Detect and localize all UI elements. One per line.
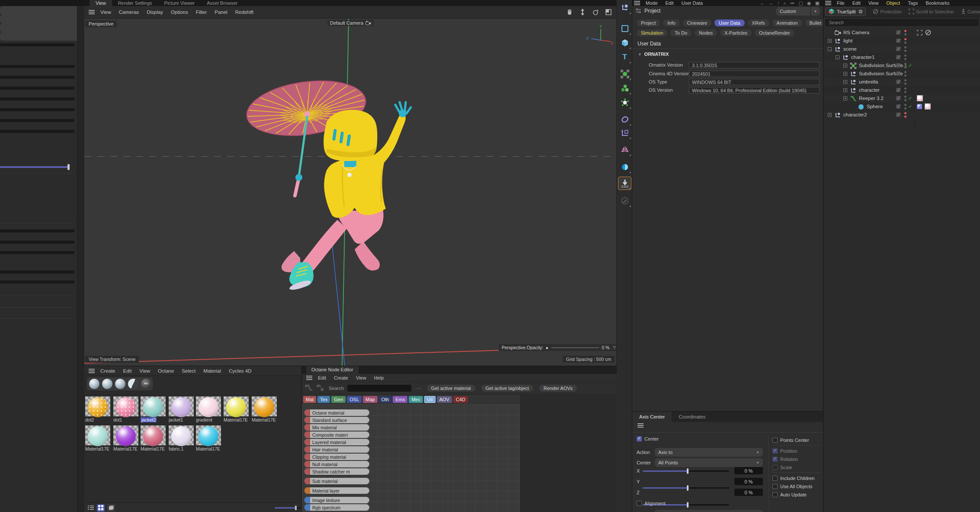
array-generator-icon[interactable] xyxy=(618,81,631,95)
enable-toggle[interactable] xyxy=(896,55,900,59)
button-get-active-material[interactable]: Get active material xyxy=(427,385,475,392)
material-menu-view[interactable]: View xyxy=(135,368,154,374)
axis-panel-menu-icon[interactable] xyxy=(637,425,644,426)
category-tab-gen[interactable]: Gen xyxy=(331,396,346,403)
option-checkbox[interactable] xyxy=(772,457,778,462)
mix-sphere-icon[interactable]: MIX xyxy=(141,379,151,389)
editor-visibility-dot[interactable] xyxy=(904,71,906,73)
editor-visibility-dot[interactable] xyxy=(904,104,906,106)
option-checkbox[interactable] xyxy=(772,492,778,497)
node-palette-canvas[interactable]: Octane materialStandard surfaceMix mater… xyxy=(302,404,520,512)
group-collapse-icon[interactable]: ∨ xyxy=(638,52,641,56)
render-visibility-dot[interactable] xyxy=(904,42,906,44)
left-panel-field[interactable] xyxy=(0,130,74,133)
editor-visibility-dot[interactable] xyxy=(904,38,906,40)
node-menu-icon[interactable] xyxy=(306,377,312,378)
editor-visibility-dot[interactable] xyxy=(904,46,906,48)
node-editor-tab[interactable]: Octane Node Editor xyxy=(306,366,359,374)
option-checkbox[interactable] xyxy=(772,465,778,470)
node-pill-shadow-catcher-m[interactable]: Shadow catcher m xyxy=(304,468,369,475)
left-panel-dropdown[interactable]: ▼ xyxy=(0,32,88,41)
tab-coordinates[interactable]: Coordinates xyxy=(672,412,712,422)
material-thumbnail[interactable] xyxy=(196,396,221,416)
material-menu-create[interactable]: Create xyxy=(96,368,119,374)
tree-row-subdivision-surface-1[interactable]: +Subdivision Surface.1✓ xyxy=(823,61,980,70)
volume-icon[interactable] xyxy=(618,113,631,126)
symmetry-icon[interactable] xyxy=(618,143,631,156)
material-name[interactable]: fabric.1 xyxy=(169,446,194,451)
tree-label[interactable]: Reeper 3.2 xyxy=(859,96,884,101)
tab-animation[interactable]: Animation xyxy=(772,19,802,26)
node-search-input[interactable] xyxy=(347,385,411,392)
subdivision-surface-icon[interactable] xyxy=(618,67,631,81)
slider-handle[interactable] xyxy=(687,502,689,508)
attribute-menu-mode[interactable]: Mode xyxy=(642,0,662,6)
option-use-all-objects[interactable]: Use All Objects xyxy=(772,484,821,489)
material-item-material17e[interactable]: Material17E xyxy=(85,425,110,451)
tab-info[interactable]: Info xyxy=(663,19,679,26)
partial-dropdown[interactable] xyxy=(655,510,763,512)
active-camera-icon[interactable] xyxy=(917,30,922,35)
slider-y[interactable] xyxy=(643,485,729,491)
tree-row-umbrella[interactable]: +umbrella xyxy=(823,78,980,86)
tree-label[interactable]: Sphere xyxy=(867,104,883,109)
material-menu-cycles-4d[interactable]: Cycles 4D xyxy=(225,368,255,374)
material-thumbnail[interactable] xyxy=(113,396,138,416)
tree-row-rs-camera[interactable]: RS Camera xyxy=(823,29,980,37)
enable-toggle[interactable] xyxy=(896,88,900,92)
field-value-1[interactable]: 2024501 xyxy=(689,71,820,77)
slider-value-x[interactable]: 0 % xyxy=(734,467,763,474)
render-visibility-dot[interactable] xyxy=(904,83,906,85)
camera-icon[interactable] xyxy=(835,30,841,36)
glass-sphere-icon[interactable] xyxy=(115,379,125,389)
material-name[interactable]: Material17E xyxy=(141,446,166,451)
tree-row-character[interactable]: +character xyxy=(823,86,980,94)
option-checkbox[interactable] xyxy=(772,484,778,489)
enable-toggle[interactable] xyxy=(896,63,900,68)
preset-dropdown-arrow[interactable]: ▼ xyxy=(810,7,820,16)
material-name[interactable]: Material17E xyxy=(252,417,277,422)
layout-tab-asset-browser[interactable]: Asset Browser xyxy=(201,0,243,6)
tab-axis-center[interactable]: Axis Center xyxy=(632,412,672,422)
category-tab-utl[interactable]: Utl xyxy=(424,396,435,403)
material-name[interactable]: gradient xyxy=(196,417,221,422)
preset-dropdown[interactable]: Custom xyxy=(776,7,810,16)
enable-toggle[interactable] xyxy=(896,80,900,84)
node-pill-null-material[interactable]: Null material xyxy=(304,461,369,467)
left-panel-dropdown[interactable]: ▼ xyxy=(0,6,88,15)
center-checkbox[interactable] xyxy=(637,436,642,441)
center-checkbox-row[interactable]: Center xyxy=(637,436,659,441)
left-panel-field[interactable] xyxy=(0,119,74,122)
node-pill-standard-surface[interactable]: Standard surface xyxy=(304,417,369,423)
material-thumbnail[interactable] xyxy=(85,425,110,445)
material-item-jacket1[interactable]: jacket1 xyxy=(169,396,194,422)
option-checkbox[interactable] xyxy=(772,476,778,481)
layout-tab-picture-viewer[interactable]: Picture Viewer xyxy=(158,0,201,6)
tree-label[interactable]: umbrella xyxy=(859,79,878,84)
tree-expander-icon[interactable]: + xyxy=(843,80,847,84)
slider-x[interactable] xyxy=(643,468,729,474)
tree-row-scene[interactable]: -scene xyxy=(823,45,980,53)
tree-row-subdivision-surface[interactable]: +Subdivision Surface xyxy=(823,70,980,78)
scroll-to-selection-button[interactable]: Scroll to Selection xyxy=(909,9,954,14)
material-thumbnail[interactable] xyxy=(113,425,138,445)
material-thumbnail[interactable] xyxy=(169,425,194,445)
editor-visibility-dot[interactable] xyxy=(904,87,906,90)
material-name[interactable]: Material17E xyxy=(224,417,249,422)
diffuse-sphere-icon[interactable] xyxy=(89,379,99,389)
left-panel-dropdown[interactable]: ▼ xyxy=(0,23,88,32)
tab-cineware[interactable]: Cineware xyxy=(683,19,711,26)
null-icon[interactable] xyxy=(835,38,841,44)
tab-octanerender[interactable]: OctaneRender xyxy=(755,29,794,36)
node-menu-help[interactable]: Help xyxy=(370,375,388,380)
forward-arrow-icon[interactable]: → xyxy=(769,0,773,6)
null-icon[interactable] xyxy=(850,79,857,85)
category-tab-mec[interactable]: Mec xyxy=(409,396,423,403)
grid-view-icon[interactable] xyxy=(97,504,105,512)
render-visibility-dot[interactable] xyxy=(904,99,906,101)
node-pill-clipping-material[interactable]: Clipping material xyxy=(304,454,369,460)
material-name[interactable]: Material17E xyxy=(113,446,138,451)
material-thumbnail[interactable] xyxy=(252,396,277,416)
rectangle-spline-icon[interactable] xyxy=(618,22,631,35)
tree-expander-icon[interactable]: + xyxy=(843,88,847,92)
